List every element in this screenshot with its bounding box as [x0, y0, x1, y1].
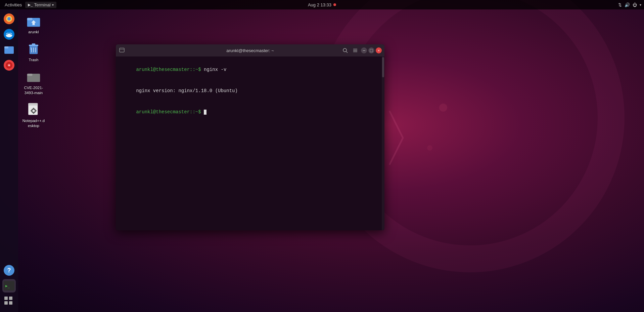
prompt-1: arunkl@thesecmaster:: [136, 67, 192, 72]
volume-icon[interactable]: 🔊: [625, 2, 630, 7]
svg-rect-18: [4, 297, 8, 300]
desktop-icons-area: arunkl Trash CVE-2021-349: [20, 11, 47, 130]
svg-rect-28: [32, 43, 36, 45]
topbar-left: Activities ▶_ Terminal ▾: [3, 2, 56, 8]
terminal-title-text: arunkl@thesecmaster: ~: [226, 48, 274, 53]
dock-icon-firefox[interactable]: [2, 12, 16, 26]
prompt-space: [201, 109, 204, 115]
power-icon[interactable]: ⏻: [633, 2, 637, 7]
svg-rect-21: [9, 301, 12, 305]
terminal-body[interactable]: arunkl@thesecmaster::~$ nginx -v nginx v…: [116, 56, 384, 230]
terminal-window: arunkl@thesecmaster: ~ − □: [116, 44, 384, 230]
desktop-icon-home[interactable]: arunkl: [20, 11, 47, 36]
svg-text:▶_: ▶_: [5, 284, 10, 288]
terminal-minimize-button[interactable]: −: [361, 47, 367, 53]
minimize-icon: −: [363, 48, 365, 53]
notepad-file-icon: [26, 102, 42, 118]
terminal-tab[interactable]: ▶_ Terminal ▾: [25, 2, 56, 8]
svg-point-2: [427, 145, 432, 151]
home-folder-icon: [26, 13, 42, 29]
dock: ? ▶_: [0, 9, 18, 312]
output-1: nginx version: nginx/1.18.0 (Ubuntu): [136, 88, 237, 93]
desktop-icon-notepad[interactable]: Notepad++.desktop: [20, 100, 47, 130]
trash-label: Trash: [29, 57, 39, 63]
terminal-tab-chevron: ▾: [52, 3, 54, 7]
desktop-icon-cve-folder[interactable]: CVE-2021-3493-main: [20, 67, 47, 97]
svg-point-44: [343, 48, 347, 52]
svg-rect-9: [4, 46, 8, 48]
terminal-line-1: arunkl@thesecmaster::~$ nginx -v: [119, 59, 381, 80]
svg-point-13: [8, 65, 10, 66]
svg-rect-33: [27, 74, 33, 76]
topbar-center: Aug 2 13:33: [308, 2, 336, 7]
prompt-sep-2: :: [192, 109, 195, 115]
terminal-scrollbar-thumb[interactable]: [382, 57, 384, 77]
svg-rect-23: [27, 18, 33, 20]
terminal-tab-icon: ▶_: [28, 3, 33, 7]
maximize-icon: □: [370, 48, 373, 53]
topbar-right: ⇅ 🔊 ⏻ ▾: [618, 2, 641, 7]
activities-button[interactable]: Activities: [3, 2, 24, 7]
svg-rect-20: [4, 301, 8, 305]
terminal-line-2: nginx version: nginx/1.18.0 (Ubuntu): [119, 80, 381, 102]
terminal-scrollbar[interactable]: [382, 56, 384, 230]
notification-dot: [333, 3, 336, 6]
svg-line-45: [346, 51, 348, 53]
terminal-close-button[interactable]: ×: [376, 47, 382, 53]
dock-icon-help[interactable]: ?: [2, 264, 16, 277]
dock-icon-thunderbird[interactable]: [2, 28, 16, 41]
svg-point-5: [7, 17, 11, 21]
svg-rect-40: [31, 110, 32, 112]
terminal-titlebar: arunkl@thesecmaster: ~ − □: [116, 44, 384, 56]
prompt-sep-1: :: [192, 67, 195, 72]
notepad-label: Notepad++.desktop: [21, 118, 46, 128]
datetime-display: Aug 2 13:33: [308, 2, 331, 7]
prompt-2: arunkl@thesecmaster:: [136, 109, 192, 115]
close-icon: ×: [378, 48, 380, 52]
dock-icon-terminal[interactable]: ▶_: [2, 279, 16, 292]
svg-point-1: [439, 104, 447, 112]
show-applications-button[interactable]: [2, 295, 16, 308]
dock-icon-files[interactable]: [2, 43, 16, 56]
svg-point-37: [33, 110, 35, 112]
cve-folder-icon: [26, 69, 42, 85]
topbar: Activities ▶_ Terminal ▾ Aug 2 13:33 ⇅ 🔊…: [0, 0, 644, 9]
svg-text:?: ?: [7, 267, 11, 274]
desktop-icon-trash[interactable]: Trash: [20, 39, 47, 64]
terminal-titlebar-controls: − □ ×: [341, 46, 382, 55]
terminal-title-icon: [119, 47, 125, 54]
dock-icon-rhythmbox[interactable]: [2, 58, 16, 72]
cve-folder-label: CVE-2021-3493-main: [21, 85, 46, 95]
system-menu-chevron[interactable]: ▾: [640, 3, 641, 7]
home-folder-label: arunkl: [28, 30, 39, 35]
terminal-menu-button[interactable]: [351, 46, 360, 55]
prompt-tilde-2: ~$: [195, 109, 201, 115]
terminal-maximize-button[interactable]: □: [368, 47, 374, 53]
svg-rect-39: [33, 113, 34, 114]
terminal-search-button[interactable]: [341, 46, 350, 55]
command-1: nginx -v: [201, 67, 227, 72]
terminal-line-3: arunkl@thesecmaster::~$: [119, 102, 381, 123]
svg-rect-42: [120, 48, 124, 52]
svg-rect-41: [35, 110, 37, 112]
terminal-titlebar-left: [119, 47, 125, 54]
prompt-tilde-1: ~$: [195, 67, 201, 72]
svg-rect-38: [33, 108, 34, 109]
svg-rect-19: [9, 297, 12, 300]
terminal-tab-label: Terminal: [34, 2, 50, 7]
svg-rect-35: [28, 103, 38, 106]
terminal-cursor: [204, 110, 206, 115]
svg-rect-25: [33, 23, 35, 25]
trash-icon: [26, 41, 42, 57]
network-icon[interactable]: ⇅: [618, 2, 622, 7]
dock-bottom: ? ▶_: [2, 264, 16, 308]
